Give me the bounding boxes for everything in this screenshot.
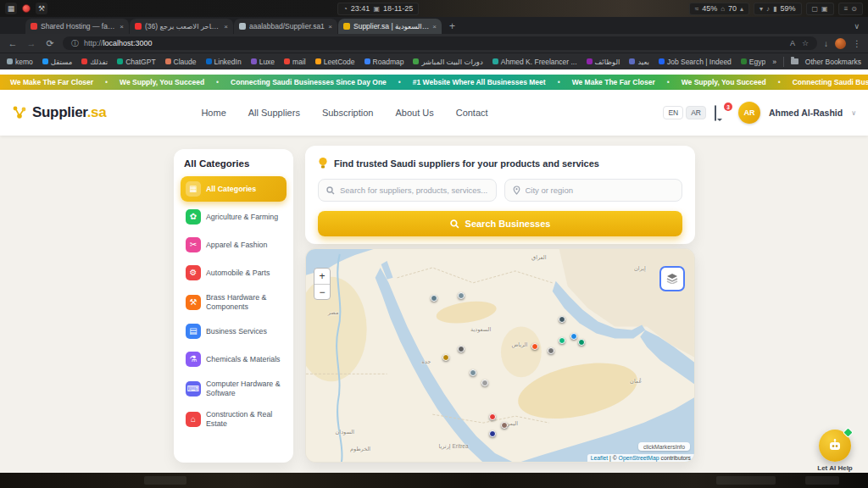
zoom-out-button[interactable]: − [314, 284, 330, 299]
nav-link[interactable]: About Us [395, 108, 433, 118]
bookmark-item[interactable]: Roadmap [364, 58, 404, 66]
browser-menu-icon[interactable]: ⋮ [853, 39, 861, 48]
ai-assistant-button[interactable] [819, 430, 851, 462]
robot-icon [827, 439, 843, 452]
bookmark-item[interactable]: الوظائف [587, 58, 620, 66]
bookmark-item[interactable]: kemo [7, 58, 33, 66]
back-button[interactable]: ← [7, 38, 19, 48]
browser-tab[interactable]: (36) الساحر الاصعب يرجع × [130, 19, 233, 34]
lang-ar-button[interactable]: AR [686, 106, 706, 119]
reload-button[interactable]: ⟳ [44, 38, 56, 49]
messages-button[interactable]: 3 [715, 106, 730, 119]
tab-search-chevron-icon[interactable]: ∨ [854, 19, 860, 34]
translate-icon[interactable]: A [790, 39, 795, 47]
bookmark-item[interactable]: Claude [165, 58, 197, 66]
supplier-map-marker[interactable] [559, 337, 565, 344]
forward-button[interactable]: → [25, 38, 37, 48]
system-monitor-widget[interactable]: ≈ 45% ⌂ 70 ▴ [689, 3, 749, 15]
city-input[interactable] [526, 186, 675, 195]
bookmark-item[interactable]: LeetCode [315, 58, 355, 66]
tab-close-icon[interactable]: × [432, 23, 437, 30]
category-item[interactable]: ⚗ Chemicals & Materials [181, 347, 287, 372]
other-bookmarks-button[interactable]: Other Bookmarks [805, 58, 861, 66]
supplier-map-marker[interactable] [442, 354, 449, 361]
zoom-in-button[interactable]: + [314, 269, 330, 284]
browser-tab[interactable]: aaalabbad/Supplier.sa1 × [234, 19, 337, 34]
bookmark-item[interactable]: mail [284, 58, 306, 66]
supplier-map-marker[interactable] [570, 333, 577, 340]
bookmark-favicon-icon [741, 58, 747, 64]
browser-profile-avatar[interactable] [835, 38, 846, 49]
bookmark-item[interactable]: LinkedIn [206, 58, 242, 66]
user-menu-chevron-icon[interactable]: ∨ [851, 109, 856, 117]
app-grid-icon[interactable]: ▦ [5, 3, 17, 14]
nav-link[interactable]: Home [201, 108, 225, 118]
category-item[interactable]: ✂ Apparel & Fashion [181, 232, 287, 258]
map-place-label: إيران [634, 265, 646, 272]
bookmarks-overflow-icon[interactable]: » [772, 58, 776, 66]
category-item[interactable]: ⌨ Computer Hardware & Software [181, 374, 287, 402]
user-avatar[interactable]: AR [738, 102, 760, 124]
supplier-map-marker[interactable] [578, 339, 585, 346]
category-item[interactable]: ✿ Agriculture & Farming [181, 204, 287, 230]
bookmark-item[interactable]: Egypt's Leading Job S... [741, 58, 765, 66]
tab-close-icon[interactable]: × [224, 23, 228, 30]
bookmark-item[interactable]: ChatGPT [117, 58, 155, 66]
supplier-map-marker[interactable] [431, 295, 437, 302]
clock-widget[interactable]: ◔ 23:41 ▣ 18-11-25 [337, 3, 419, 15]
supplier-map-marker[interactable] [501, 422, 508, 429]
map-layers-control[interactable] [661, 268, 683, 290]
session-widget[interactable]: ≡ ⊙ [838, 3, 863, 15]
supplier-map-marker[interactable] [559, 316, 565, 323]
tab-favicon-icon [239, 23, 246, 30]
supplier-map-marker[interactable] [489, 430, 496, 437]
leaflet-link[interactable]: Leaflet [591, 455, 608, 461]
recorder-icon[interactable] [22, 4, 31, 13]
lang-en-button[interactable]: EN [663, 106, 683, 119]
new-tab-button[interactable]: + [449, 19, 455, 34]
category-label: Chemicals & Materials [206, 355, 281, 364]
nav-link[interactable]: Contact [456, 108, 488, 118]
bookmarks-bar: kemo مستقل تفذلك ChatGPT Claude LinkedIn [0, 53, 868, 69]
bookmark-item[interactable]: Ahmed K. Freelancer ... [492, 58, 577, 66]
search-businesses-button[interactable]: Search Businesses [318, 211, 682, 236]
supplier-map-marker[interactable] [489, 413, 496, 420]
bookmark-item[interactable]: بعيد [629, 58, 649, 66]
category-item[interactable]: ⌂ Construction & Real Estate [181, 405, 287, 433]
bookmark-star-icon[interactable]: ☆ [802, 39, 809, 47]
nav-link[interactable]: Subscription [322, 108, 374, 118]
bookmark-item[interactable]: مستقل [42, 58, 72, 66]
nav-link[interactable]: All Suppliers [248, 108, 300, 118]
user-name[interactable]: Ahmed Al-Rashid [769, 108, 843, 118]
browser-tab[interactable]: Shared Hosting — fast, aff... × [25, 19, 129, 34]
category-item[interactable]: ▦ All Categories [181, 176, 287, 202]
tab-close-icon[interactable]: × [120, 23, 124, 30]
marquee-item: Connecting Saudi Businesses Since Day On… [231, 78, 413, 86]
workspace-widget[interactable]: ▢ ▣ [806, 3, 834, 15]
tools-icon[interactable]: ⚒ [36, 3, 47, 14]
site-logo[interactable]: Supplier.sa [12, 104, 106, 121]
osm-link[interactable]: OpenStreetMap [619, 455, 659, 461]
supplier-map-marker[interactable] [531, 343, 538, 350]
supplier-map-marker[interactable] [548, 347, 554, 354]
category-item[interactable]: ▤ Business Services [181, 319, 287, 344]
tab-close-icon[interactable]: × [328, 23, 332, 30]
bookmark-item[interactable]: تفذلك [81, 58, 108, 66]
category-item[interactable]: ⚒ Brass Hardware & Components [181, 288, 287, 316]
supplier-map-marker[interactable] [470, 369, 476, 376]
search-input[interactable] [340, 186, 488, 195]
address-bar[interactable]: ⓘ http://localhost:3000 A ☆ [63, 36, 817, 50]
downloads-icon[interactable]: ↓ [824, 39, 828, 48]
marquee-item: Connecting Saudi Businesses Since Day On… [793, 78, 868, 86]
supplier-map-marker[interactable] [481, 380, 488, 386]
bookmark-item[interactable]: Luxe [251, 58, 275, 66]
browser-tab[interactable]: Supplier.sa | في السعودية × [338, 19, 442, 34]
leaflet-map[interactable]: العراقإيرانمصرالسعوديةالرياضجدةعُماناليم… [306, 249, 694, 462]
volume-battery-widget[interactable]: ▾ ♪ ▮ 59% [754, 3, 801, 15]
supplier-map-marker[interactable] [458, 292, 465, 299]
bookmark-item[interactable]: Job Search | Indeed [659, 58, 732, 66]
site-info-icon[interactable]: ⓘ [71, 38, 79, 49]
category-item[interactable]: ⚙ Automobile & Parts [181, 260, 287, 286]
bookmark-item[interactable]: دورات البيت المباشر [413, 58, 482, 66]
supplier-map-marker[interactable] [458, 346, 465, 352]
